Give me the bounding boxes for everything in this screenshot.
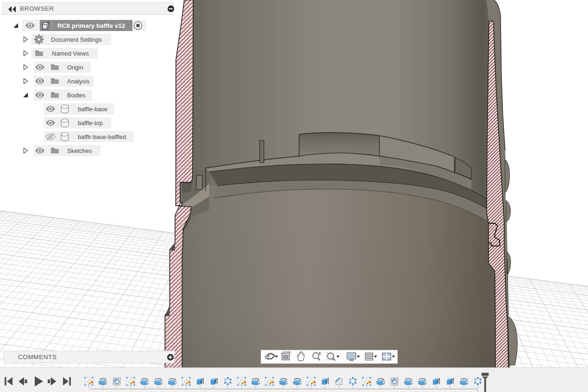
svg-text:Origin: Origin [67, 64, 83, 71]
svg-text:Sketches: Sketches [67, 147, 92, 154]
svg-text:baffle-base: baffle-base [78, 106, 107, 113]
svg-text:bafflr-base-baffled: bafflr-base-baffled [78, 133, 126, 140]
svg-text:baffle-top: baffle-top [78, 120, 103, 126]
svg-text:Bodies: Bodies [67, 92, 86, 99]
svg-text:Analysis: Analysis [67, 78, 90, 85]
svg-text:Named Views: Named Views [52, 50, 89, 57]
svg-text:Document Settings: Document Settings [51, 36, 102, 43]
svg-text:RC8 primary baffle v12: RC8 primary baffle v12 [57, 22, 125, 29]
